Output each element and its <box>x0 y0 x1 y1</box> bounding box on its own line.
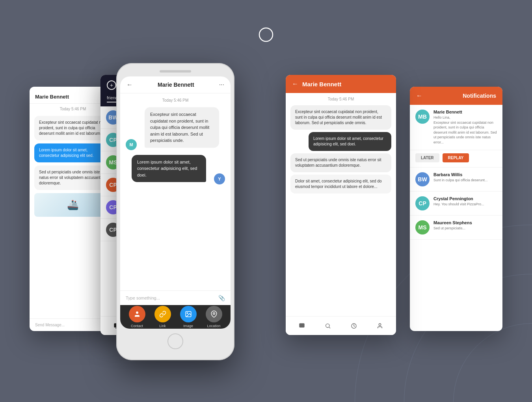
right-contact-name: Marie Bennett <box>302 81 341 87</box>
link-action-circle <box>154 306 171 322</box>
left-ship-image: 🚢 <box>34 193 112 217</box>
notif-text-primary: Excepteur sint occaecat cupidatat non pr… <box>433 120 497 145</box>
action-contact-label: Contact <box>131 324 143 328</box>
right-nav-chat-icon[interactable] <box>298 322 306 330</box>
svg-point-0 <box>259 28 273 41</box>
phone-screen: ← Marie Bennett ··· Today 5:46 PM M Exce… <box>120 76 231 329</box>
left-bubble-3: Sed ut perspiciatis unde omnis iste natu… <box>34 166 112 190</box>
action-contact-button[interactable]: Contact <box>129 306 145 328</box>
msg-avatar-1: M <box>126 139 137 150</box>
notif-back-button[interactable]: ← <box>416 92 422 99</box>
notif-item-primary: MB Marie Bennett Hello Lina, Excepteur s… <box>410 105 502 150</box>
svg-point-6 <box>136 311 138 314</box>
phone-timestamp: Today 5:46 PM <box>120 93 231 105</box>
notif-preview-2: Sed ut perspiciatis... <box>433 226 497 231</box>
notif-action-buttons: LATER REPLAY <box>410 150 502 168</box>
received-msg-1: M Excepteur sint occaecat cupidatat non … <box>120 105 231 150</box>
right-msg-2: Lorem ipsum dolor sit amet, consectetur … <box>309 132 391 151</box>
right-timestamp: Today 5:46 PM <box>286 93 396 103</box>
phone-more-button[interactable]: ··· <box>219 81 224 88</box>
left-bubble-2: Lorem ipsum dolor sit amet, consectetur … <box>34 143 112 162</box>
phone-action-bar: Contact Link Image <box>120 305 231 329</box>
notif-avatar-2: MS <box>415 220 430 234</box>
right-msg-1: Excepteur sint occaecat cupidatat non pr… <box>290 105 391 130</box>
action-location-button[interactable]: Location <box>206 306 222 328</box>
action-image-button[interactable]: Image <box>180 306 197 328</box>
sent-msg-1: Lorem ipsum dolor sit amet, consectetur … <box>120 153 231 185</box>
phone-input-placeholder: Type something... <box>126 296 218 300</box>
notif-avatar-1: CP <box>415 196 430 210</box>
notifications-title: Notifications <box>463 93 496 99</box>
notif-name-primary: Marie Bennett <box>433 110 497 114</box>
right-chat-header: ← Marie Bennett <box>286 75 396 93</box>
add-chat-button[interactable]: + <box>107 80 116 90</box>
notif-item-0[interactable]: BW Barbara Willis Sunt in culpa qui offi… <box>410 168 502 192</box>
notif-name-0: Barbara Willis <box>433 172 497 177</box>
right-nav-profile-icon[interactable] <box>376 322 384 330</box>
location-action-circle <box>206 306 222 322</box>
notifications-screen: ← Notifications MB Marie Bennett Hello L… <box>410 87 502 331</box>
phone-contact-name: Marie Bennett <box>158 82 194 88</box>
right-msg-3: Sed ut perspiciatis unde omnis iste natu… <box>290 153 391 172</box>
screens-container: Marie Bennett Today 5:46 PM Excepteur si… <box>30 55 502 370</box>
notif-name-1: Crystal Pennington <box>433 196 497 201</box>
phone-attach-icon[interactable]: 📎 <box>218 295 225 301</box>
svg-point-11 <box>326 324 329 327</box>
notif-preview-0: Sunt in culpa qui officia deserunt... <box>433 178 497 183</box>
notif-avatar-primary: MB <box>415 110 430 124</box>
svg-point-8 <box>187 313 188 313</box>
phone-header: ← Marie Bennett ··· <box>120 76 231 93</box>
notif-content-1: Crystal Pennington Hey. You should visit… <box>433 196 497 210</box>
left-bubble-1: Excepteur sint occaecat cupidatat non pr… <box>34 116 112 140</box>
left-contact-name: Marie Bennett <box>35 94 69 100</box>
right-nav-clock-icon[interactable] <box>350 322 358 330</box>
notif-item-2[interactable]: MS Maureen Stephens Sed ut perspiciatis.… <box>410 216 502 240</box>
notif-content-primary: Marie Bennett Hello Lina, Excepteur sint… <box>433 110 497 145</box>
svg-rect-10 <box>299 323 304 328</box>
contact-action-circle <box>129 306 145 322</box>
msg-avatar-sent: Y <box>214 173 225 184</box>
image-action-circle <box>180 306 197 322</box>
right-chat-screen: ← Marie Bennett Today 5:46 PM Excepteur … <box>286 75 396 335</box>
action-link-button[interactable]: Link <box>154 306 171 328</box>
notif-name-2: Maureen Stephens <box>433 220 497 225</box>
notif-greeting: Hello Lina, <box>433 115 497 120</box>
notifications-header: ← Notifications <box>410 87 502 105</box>
notif-preview-1: Hey. You should visit PizzaPro... <box>433 202 497 207</box>
phone-input-bar[interactable]: Type something... 📎 <box>120 290 231 305</box>
right-chat-bottom-nav <box>286 316 396 335</box>
notif-item-1[interactable]: CP Crystal Pennington Hey. You should vi… <box>410 192 502 216</box>
action-image-label: Image <box>183 324 193 328</box>
msg-bubble-received-1: Excepteur sint occaecat cupidatat non pr… <box>145 107 219 148</box>
svg-line-12 <box>329 327 330 328</box>
phone-home-button[interactable] <box>167 333 183 349</box>
msg-bubble-sent-1: Lorem ipsum dolor sit amet, consectetur … <box>132 155 206 182</box>
svg-point-14 <box>379 324 381 326</box>
phone-notch <box>160 70 191 73</box>
phone-back-button[interactable]: ← <box>126 81 133 88</box>
right-msg-4: Dolor sit amet, consectetur adipisicing … <box>290 175 391 194</box>
notif-content-2: Maureen Stephens Sed ut perspiciatis... <box>433 220 497 234</box>
right-back-button[interactable]: ← <box>292 80 298 87</box>
later-button[interactable]: LATER <box>415 153 439 162</box>
app-logo <box>258 27 274 44</box>
phone-shell: ← Marie Bennett ··· Today 5:46 PM M Exce… <box>116 63 234 360</box>
notif-content-0: Barbara Willis Sunt in culpa qui officia… <box>433 172 497 186</box>
right-nav-search-icon[interactable] <box>324 322 332 330</box>
svg-point-9 <box>213 313 215 315</box>
center-phone: ← Marie Bennett ··· Today 5:46 PM M Exce… <box>116 63 234 360</box>
action-location-label: Location <box>207 324 220 328</box>
left-send-placeholder: Send Message... <box>35 323 65 327</box>
replay-button[interactable]: REPLAY <box>443 153 469 162</box>
action-link-label: Link <box>159 324 166 328</box>
notif-avatar-0: BW <box>415 172 430 186</box>
